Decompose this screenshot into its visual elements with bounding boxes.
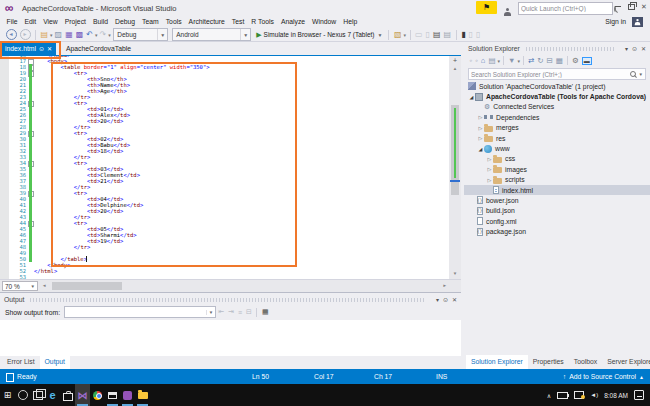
store-icon[interactable] — [60, 384, 75, 406]
caret-icon[interactable]: ▾ — [404, 29, 407, 41]
tab-index-html[interactable]: index.html⊙✕ — [1, 42, 56, 55]
sign-in-link[interactable]: Sign in — [605, 16, 626, 28]
close-tab-icon[interactable]: ✕ — [47, 45, 52, 52]
collapsed-arrow-icon[interactable]: ▷ — [486, 177, 493, 183]
split-editor-handle[interactable]: + — [449, 56, 461, 65]
battery-icon[interactable] — [557, 392, 568, 399]
nav-back-icon[interactable]: ◄ — [6, 29, 17, 40]
expanded-arrow-icon[interactable]: ◢ — [477, 146, 484, 152]
collapsed-arrow-icon[interactable]: ▷ — [486, 156, 493, 162]
menu-team[interactable]: Team — [139, 16, 163, 28]
add-to-source-control-button[interactable]: ↑ Add to Source Control ▲ — [563, 373, 644, 380]
scroll-right-icon[interactable]: ► — [443, 283, 447, 288]
goto-previous-message-icon[interactable]: ⇥ — [228, 308, 234, 316]
collapse-all-icon[interactable]: ⊟ — [547, 56, 553, 65]
menu-view[interactable]: View — [40, 16, 62, 28]
tree-item-config-xml[interactable]: config.xml — [464, 216, 650, 226]
scroll-down-icon[interactable]: ▼ — [449, 271, 461, 276]
solution-explorer-search-input[interactable] — [469, 71, 627, 78]
tree-item-bower-json[interactable]: {}bower.json — [464, 195, 650, 205]
home-icon[interactable]: ⌂ — [481, 56, 486, 65]
find-in-files-icon[interactable]: ▭ — [415, 29, 423, 41]
tree-item-package-json[interactable]: {}package.json — [464, 226, 650, 236]
pin-icon[interactable]: ⊙ — [443, 296, 448, 303]
properties-icon[interactable]: ▦ — [556, 56, 563, 65]
refresh-icon[interactable]: ↻ — [537, 56, 543, 65]
panel-tab-error-list[interactable]: Error List — [2, 355, 40, 369]
filter-icon[interactable]: ▼ — [508, 56, 515, 65]
panel-tab-solution-explorer[interactable]: Solution Explorer — [466, 355, 528, 369]
switch-views-icon[interactable]: ▤ — [488, 56, 495, 65]
solution-platforms-select[interactable]: Android▼ — [172, 28, 251, 41]
editor-zoom-select[interactable]: 70 %▼ — [2, 281, 38, 291]
clear-all-icon[interactable]: ⊟ — [246, 308, 252, 316]
prev-bookmark-icon[interactable]: ▯ — [476, 29, 480, 41]
network-warning-icon[interactable] — [574, 391, 584, 399]
tree-item-www[interactable]: ◢www — [464, 143, 650, 153]
caret-icon[interactable]: ▾ — [50, 29, 53, 41]
menu-architecture[interactable]: Architecture — [185, 16, 228, 28]
navigate-backward-icon[interactable]: ▤ — [433, 29, 441, 41]
collapsed-arrow-icon[interactable]: ▷ — [477, 125, 484, 131]
next-bookmark-icon[interactable]: ▯ — [469, 29, 473, 41]
document-outline-icon[interactable]: ▯ — [426, 29, 430, 41]
visual-studio-taskbar-icon[interactable]: ⋈ — [75, 384, 90, 406]
solution-explorer-search-box[interactable]: ▼ — [468, 68, 646, 80]
horizontal-scrollbar-thumb[interactable] — [52, 282, 122, 290]
navigate-forward-icon[interactable]: ▤ — [444, 29, 452, 41]
caret-icon[interactable]: ▾ — [95, 29, 98, 41]
tree-item-res[interactable]: ▷res — [464, 133, 650, 143]
simulator-icon[interactable]: ▧ — [394, 29, 402, 41]
show-hidden-icons-chevron[interactable]: ∧ — [547, 392, 551, 399]
output-content[interactable] — [0, 320, 461, 356]
tree-item-images[interactable]: ▷images — [464, 164, 650, 174]
menu-build[interactable]: Build — [89, 16, 111, 28]
horizontal-scrollbar[interactable]: ◄ ► — [42, 281, 447, 291]
wrench-icon[interactable]: ⚙ — [572, 56, 579, 65]
scroll-left-icon[interactable]: ◄ — [42, 283, 46, 288]
show-output-from-select[interactable]: ▼ — [64, 306, 216, 318]
quick-launch-input[interactable] — [519, 5, 611, 12]
expanded-arrow-icon[interactable]: ◢ — [468, 94, 475, 100]
menu-file[interactable]: File — [3, 16, 21, 28]
redo-icon[interactable]: ↷ — [99, 29, 106, 41]
tree-item-css[interactable]: ▷css — [464, 154, 650, 164]
menu-test[interactable]: Test — [228, 16, 247, 28]
nav-forward-icon[interactable]: ► — [20, 29, 31, 40]
save-all-icon[interactable]: ▩ — [76, 29, 84, 41]
panel-tab-output[interactable]: Output — [40, 355, 70, 369]
quick-launch-box[interactable] — [518, 2, 613, 15]
toggle-word-wrap-icon[interactable]: ▦ — [262, 308, 269, 316]
menu-help[interactable]: Help — [340, 16, 361, 28]
collapsed-arrow-icon[interactable]: ▷ — [477, 135, 484, 141]
back-icon[interactable]: ◦ — [470, 56, 473, 65]
new-file-icon[interactable]: ▤ — [41, 29, 49, 41]
menu-tools[interactable]: Tools — [162, 16, 185, 28]
forward-icon[interactable]: ◦ — [475, 56, 478, 65]
menu-r-tools[interactable]: R Tools — [248, 16, 278, 28]
goto-next-message-icon[interactable]: ≡ — [238, 309, 242, 316]
tree-item-scripts[interactable]: ▷scripts — [464, 175, 650, 185]
open-file-icon[interactable]: ▨ — [55, 29, 63, 41]
file-explorer-icon[interactable] — [135, 384, 150, 406]
save-icon[interactable]: ▦ — [65, 29, 73, 41]
solution-configurations-select[interactable]: Debug▼ — [113, 28, 168, 41]
edge-browser-icon[interactable]: e — [45, 384, 60, 406]
pin-icon[interactable]: ⊙ — [632, 45, 637, 52]
taskbar-clock[interactable]: 8:08 AM — [604, 392, 628, 399]
sync-with-active-document-icon[interactable]: ⇄ — [528, 56, 534, 65]
close-icon[interactable]: ✕ — [641, 45, 646, 52]
caret-icon[interactable]: ▾ — [108, 29, 111, 41]
vertical-scrollbar[interactable]: + ▲ ▼ — [449, 56, 461, 279]
start-debugging-button[interactable]: ▶Simulate in Browser - Nexus 7 (Tablet)▼ — [256, 29, 382, 41]
tree-item-dependencies[interactable]: ▷Dependencies — [464, 112, 650, 122]
menu-edit[interactable]: Edit — [21, 16, 40, 28]
bookmark-icon[interactable]: ▮ — [461, 29, 465, 41]
panel-tab-properties[interactable]: Properties — [528, 355, 569, 369]
tree-item-apachecordovatable-tools-for-apache-cordova[interactable]: ◢ApacheCordovaTable (Tools for Apache Co… — [464, 91, 650, 101]
menu-window[interactable]: Window — [309, 16, 340, 28]
preview-selected-items-icon[interactable]: ▬ — [582, 57, 592, 65]
close-icon[interactable]: ✕ — [452, 296, 457, 303]
code-editor[interactable]: 16 </head>17 <body>18 <table border="1" … — [0, 56, 449, 279]
find-message-icon[interactable]: ⇤ — [218, 308, 224, 316]
